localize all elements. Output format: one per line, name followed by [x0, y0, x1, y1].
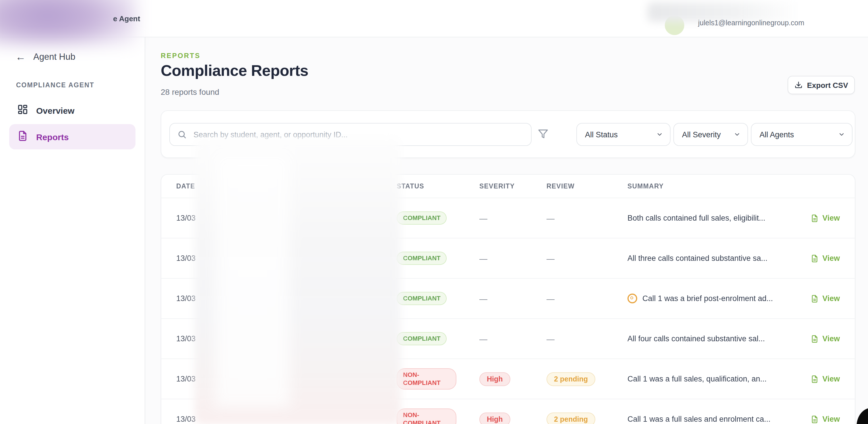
cell-review: — — [547, 293, 627, 304]
severity-empty: — — [479, 334, 487, 343]
page-title: Compliance Reports — [161, 62, 308, 80]
cell-summary: Call 1 was a brief post-enrolment ad... — [627, 293, 805, 303]
cell-summary: Call 1 was a full sales and enrolment ca… — [627, 415, 805, 423]
report-doc-icon — [811, 254, 819, 262]
view-report-link[interactable]: View — [811, 294, 840, 303]
back-arrow-icon: ← — [16, 52, 26, 62]
status-badge: COMPLIANT — [397, 251, 447, 265]
agents-filter-select[interactable]: All Agents — [751, 123, 852, 146]
report-doc-icon — [811, 214, 819, 222]
agents-filter-value: All Agents — [760, 130, 794, 139]
table-row: 13/03COMPLIANT——All three calls containe… — [161, 238, 855, 278]
status-badge: COMPLIANT — [397, 211, 447, 225]
view-report-link[interactable]: View — [811, 375, 840, 383]
sidebar-section-label: COMPLIANCE AGENT — [16, 82, 145, 88]
app-root: e Agent julels1@learningonlinegroup.com … — [0, 0, 868, 424]
severity-badge: High — [479, 372, 510, 386]
status-filter-select[interactable]: All Status — [577, 123, 671, 146]
report-doc-icon — [811, 335, 819, 343]
severity-badge: High — [479, 412, 510, 424]
main-content: REPORTS Compliance Reports 28 reports fo… — [145, 37, 868, 424]
cell-date: 13/03 — [176, 334, 224, 343]
severity-empty: — — [479, 294, 487, 303]
view-report-link[interactable]: View — [811, 334, 840, 343]
cell-review: 2 pending — [547, 412, 627, 424]
attention-target-icon — [627, 293, 637, 303]
cell-severity: — — [479, 334, 547, 344]
cell-severity: — — [479, 213, 547, 223]
back-label: Agent Hub — [33, 52, 75, 62]
chevron-down-icon — [838, 131, 845, 138]
table-body: 13/03COMPLIANT——Both calls contained ful… — [161, 198, 855, 424]
view-report-link[interactable]: View — [811, 254, 840, 262]
cell-severity: High — [479, 372, 547, 386]
table-row: 13/03COMPLIANT——Both calls contained ful… — [161, 198, 855, 238]
col-header-review: REVIEW — [547, 183, 627, 190]
review-badge: 2 pending — [547, 412, 595, 424]
status-badge: NON-COMPLIANT — [397, 408, 456, 424]
col-header-date: DATE — [176, 183, 224, 190]
cell-date: 13/03 — [176, 214, 224, 222]
view-report-link[interactable]: View — [811, 415, 840, 423]
chevron-down-icon — [656, 131, 663, 138]
reports-count: 28 reports found — [161, 87, 219, 96]
cell-severity: High — [479, 412, 547, 424]
view-report-link[interactable]: View — [811, 214, 840, 222]
review-empty: — — [547, 294, 555, 303]
severity-empty: — — [479, 254, 487, 263]
report-doc-icon — [811, 294, 819, 303]
filter-funnel-icon — [538, 129, 548, 141]
status-filter-value: All Status — [585, 130, 618, 139]
breadcrumb-eyebrow: REPORTS — [161, 52, 200, 60]
cell-review: — — [547, 334, 627, 344]
severity-filter-select[interactable]: All Severity — [673, 123, 748, 146]
table-row: 13/03NON-COMPLIANTHigh2 pendingCall 1 wa… — [161, 359, 855, 399]
cell-status: NON-COMPLIANT — [397, 408, 479, 424]
cell-review: — — [547, 253, 627, 263]
cell-review: — — [547, 213, 627, 223]
reports-table: DATE STATUS SEVERITY REVIEW SUMMARY 13/0… — [161, 174, 856, 424]
status-badge: COMPLIANT — [397, 332, 447, 346]
sidebar-item-overview[interactable]: Overview — [9, 98, 135, 123]
top-header: e Agent julels1@learningonlinegroup.com — [0, 0, 868, 37]
download-icon — [794, 81, 802, 89]
cell-date: 13/03 — [176, 415, 224, 423]
cell-status: COMPLIANT — [397, 211, 479, 225]
search-box — [169, 123, 532, 146]
review-empty: — — [547, 214, 555, 223]
sidebar-items: OverviewReports — [9, 98, 135, 149]
cell-date: 13/03 — [176, 294, 224, 303]
col-header-severity: SEVERITY — [479, 183, 547, 190]
sidebar-item-label: Reports — [36, 132, 69, 142]
cell-summary: Call 1 was a full sales, qualification, … — [627, 375, 805, 383]
chevron-down-icon — [734, 131, 741, 138]
cell-summary: Both calls contained full sales, eligibi… — [627, 214, 805, 222]
export-csv-button[interactable]: Export CSV — [787, 76, 855, 94]
status-badge: COMPLIANT — [397, 291, 447, 305]
sidebar-item-label: Overview — [36, 106, 74, 115]
review-empty: — — [547, 254, 555, 263]
user-email: julels1@learningonlinegroup.com — [698, 19, 804, 27]
table-row: 13/03NON-COMPLIANTHigh2 pendingCall 1 wa… — [161, 399, 855, 424]
cell-date: 13/03 — [176, 254, 224, 262]
document-icon — [17, 131, 28, 143]
cell-status: COMPLIANT — [397, 332, 479, 346]
sidebar-item-reports[interactable]: Reports — [9, 124, 135, 149]
back-to-agent-hub[interactable]: ← Agent Hub — [16, 52, 145, 62]
report-doc-icon — [811, 415, 819, 423]
cell-date: 13/03 — [176, 375, 224, 383]
dashboard-icon — [17, 104, 28, 117]
sidebar: ← Agent Hub COMPLIANCE AGENT OverviewRep… — [0, 37, 145, 424]
severity-empty: — — [479, 214, 487, 223]
cell-severity: — — [479, 293, 547, 304]
report-doc-icon — [811, 375, 819, 383]
severity-filter-value: All Severity — [682, 130, 721, 139]
col-header-status: STATUS — [397, 183, 479, 190]
status-badge: NON-COMPLIANT — [397, 368, 456, 390]
search-input[interactable] — [192, 130, 531, 139]
cell-summary: All four calls contained substantive sal… — [627, 334, 805, 343]
cell-severity: — — [479, 253, 547, 263]
table-row: 13/03COMPLIANT——Call 1 was a brief post-… — [161, 278, 855, 318]
search-icon — [177, 130, 187, 139]
table-header-row: DATE STATUS SEVERITY REVIEW SUMMARY — [161, 175, 855, 198]
